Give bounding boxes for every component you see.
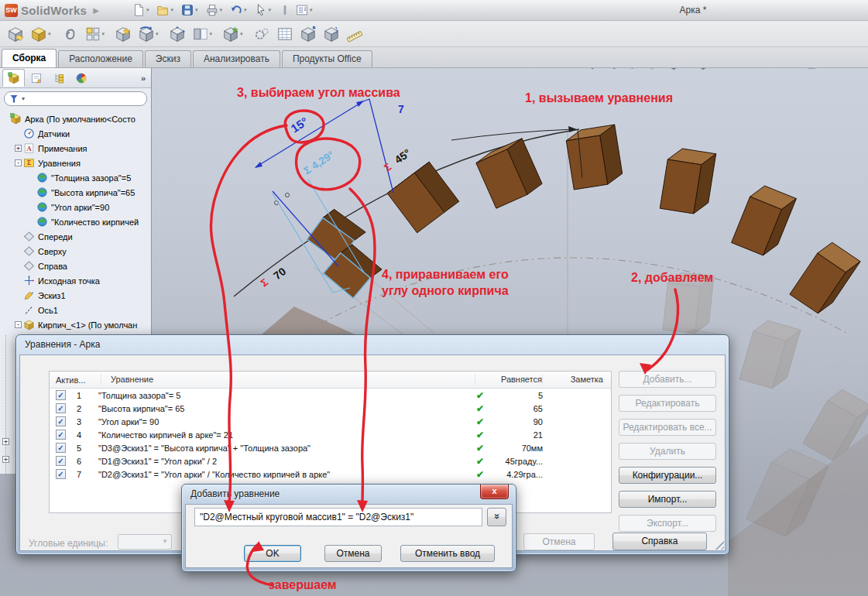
equation-row[interactable]: ✓1"Толщина зазора"= 5✔5 [50, 389, 611, 402]
explode-lines-button[interactable] [323, 26, 340, 43]
dropdown-arrow-icon[interactable]: ▾ [210, 31, 213, 37]
show-hidden-button[interactable]: ▾ [192, 26, 217, 43]
dropdown-arrow-icon[interactable]: ▾ [244, 7, 247, 13]
dropdown-arrow-icon[interactable]: ▾ [220, 7, 223, 13]
equation-row[interactable]: ✓4"Количество кирпичей в арке"= 21✔21 [50, 428, 611, 441]
cancel-input-button[interactable]: Отменить ввод [400, 545, 495, 562]
mate-button[interactable] [61, 26, 78, 43]
component-pattern-button[interactable]: ▾ [84, 26, 109, 43]
measure-button[interactable] [346, 26, 363, 43]
tab-Продукты Office[interactable]: Продукты Office [282, 50, 372, 67]
tree-item[interactable]: -Кирпич_<1> (По умолчан [0, 317, 151, 332]
dropdown-arrow-icon[interactable]: ▾ [102, 31, 105, 37]
tree-item[interactable]: Спереди [0, 229, 151, 244]
insert-component-button[interactable] [7, 26, 24, 43]
edit-all-button[interactable]: Редактировать все... [619, 419, 716, 436]
column-active[interactable]: Актив... [50, 375, 101, 385]
ok-button[interactable]: OK [244, 545, 301, 562]
panel-expand-icon[interactable]: » [141, 74, 146, 83]
dropdown-arrow-icon[interactable]: ▾ [146, 7, 149, 13]
equation-active-checkbox[interactable]: ✓ [56, 390, 66, 400]
toggle-button[interactable] [276, 2, 293, 18]
dropdown-arrow-icon[interactable]: ▾ [170, 7, 173, 13]
cancel-button[interactable]: Отмена [523, 533, 595, 550]
rotate-component-button[interactable]: ▾ [138, 26, 163, 43]
edit-button[interactable]: Редактировать [619, 395, 716, 412]
tree-expander[interactable]: - [15, 321, 22, 328]
tab-Эскиз[interactable]: Эскиз [145, 50, 191, 67]
smart-fasteners-button[interactable] [115, 26, 132, 43]
dropdown-arrow-icon[interactable]: ▾ [195, 7, 198, 13]
print-button[interactable]: ▾ [204, 2, 228, 18]
configurationmanager-tab[interactable] [47, 69, 70, 87]
equations-dialog-title[interactable]: Уравнения - Арка [16, 335, 729, 354]
delete-button[interactable]: Удалить [619, 443, 716, 460]
tab-Расположение[interactable]: Расположение [58, 50, 143, 67]
assembly-features-button[interactable]: ▾ [222, 26, 247, 43]
filter-dropdown-icon[interactable]: ▾ [22, 95, 25, 102]
import-button[interactable]: Импорт... [619, 491, 716, 508]
motion-study-button[interactable] [253, 26, 270, 43]
menu-expand-arrow-icon[interactable]: ▶ [93, 6, 99, 15]
exploded-view-button[interactable] [300, 26, 317, 43]
tree-item[interactable]: "Угол арки"=90 [0, 200, 151, 214]
equation-row[interactable]: ✓7"D2@Эскиз1" = "Угол арки" / "Количеств… [50, 468, 611, 481]
undo-button[interactable]: ▾ [228, 2, 252, 18]
tree-item[interactable]: Справа [0, 259, 151, 273]
tree-item[interactable]: +AПримечания [0, 141, 151, 156]
tree-expander[interactable]: + [15, 145, 22, 152]
equation-active-checkbox[interactable]: ✓ [56, 403, 66, 413]
tree-expander[interactable]: - [15, 159, 22, 166]
equation-row[interactable]: ✓2"Высота кирпича"= 65✔65 [50, 402, 611, 415]
save-button[interactable]: ▾ [179, 2, 204, 18]
tree-item[interactable]: Сверху [0, 244, 151, 259]
open-button[interactable]: ▾ [154, 2, 179, 18]
equation-active-checkbox[interactable]: ✓ [56, 430, 66, 440]
new-document-button[interactable]: ▾ [130, 2, 155, 18]
tab-Анализировать[interactable]: Анализировать [193, 50, 280, 67]
equation-active-checkbox[interactable]: ✓ [56, 456, 66, 466]
dropdown-arrow-icon[interactable]: ▾ [48, 31, 51, 37]
close-icon[interactable]: x [480, 485, 509, 499]
equation-active-checkbox[interactable]: ✓ [56, 469, 66, 479]
cancel-button[interactable]: Отмена [324, 545, 382, 562]
dropdown-arrow-icon[interactable]: ▾ [310, 7, 313, 13]
tab-Сборка[interactable]: Сборка [2, 49, 57, 67]
dropdown-arrow-icon[interactable]: ▾ [240, 31, 243, 37]
configurations-button[interactable]: Конфигурации... [619, 467, 716, 484]
export-button[interactable]: Экспорт... [619, 515, 716, 532]
displaymanager-tab[interactable] [70, 69, 92, 87]
tree-item[interactable]: Эскиз1 [0, 288, 151, 303]
equation-row[interactable]: ✓5"D3@Эскиз1" = "Высота кирпича" + "Толщ… [50, 441, 611, 454]
propertymanager-tab[interactable] [25, 69, 47, 87]
equation-row[interactable]: ✓3"Угол арки"= 90✔90 [50, 415, 611, 428]
equation-active-checkbox[interactable]: ✓ [56, 443, 66, 453]
tree-item[interactable]: Датчики [0, 126, 151, 141]
add-equation-dialog-title[interactable]: Добавить уравнение [182, 485, 516, 503]
tree-expander[interactable]: + [2, 438, 9, 445]
column-comment[interactable]: Заметка [542, 374, 611, 385]
expand-chevron-button[interactable]: » [487, 508, 506, 526]
equation-input[interactable]: "D2@Местный круговой массив1" = "D2@Эски… [194, 508, 482, 526]
dropdown-arrow-icon[interactable]: ▾ [269, 7, 272, 13]
tree-item[interactable]: "Высота кирпича"=65 [0, 185, 151, 200]
solidworks-logo[interactable]: SW SolidWorks ▶ [0, 4, 107, 17]
column-equation[interactable]: Уравнение [101, 374, 475, 385]
tree-expander[interactable]: + [2, 456, 9, 463]
tree-item[interactable]: "Толщина зазора"=5 [0, 170, 151, 185]
move-component-button[interactable] [169, 26, 186, 43]
help-button[interactable]: Справка [612, 533, 707, 550]
component-preview-button[interactable]: ▾ [30, 26, 55, 43]
add-equation-button[interactable]: Добавить... [619, 371, 716, 388]
dropdown-arrow-icon[interactable]: ▾ [156, 31, 159, 37]
tree-item[interactable]: -ΣУравнения [0, 156, 151, 170]
bill-of-materials-button[interactable] [276, 26, 293, 43]
angular-units-select[interactable]: ▼ [118, 534, 172, 550]
tree-item[interactable]: Арка (По умолчанию<Состо [0, 111, 151, 126]
equation-row[interactable]: ✓6"D1@Эскиз1" = "Угол арки" / 2✔45граду.… [50, 454, 611, 468]
filter-input[interactable]: ▾ [4, 91, 147, 106]
equation-active-checkbox[interactable]: ✓ [56, 416, 66, 426]
tree-item[interactable]: Исходная точка [0, 273, 151, 288]
select-button[interactable]: ▾ [252, 2, 277, 18]
column-evaluates-to[interactable]: Равняется [475, 374, 542, 385]
